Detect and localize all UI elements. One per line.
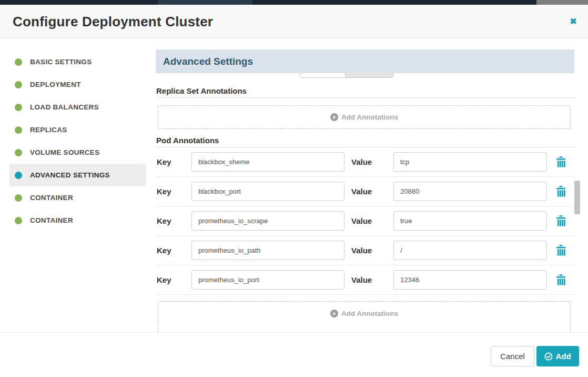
cancel-button[interactable]: Cancel (491, 346, 534, 366)
plus-circle-icon: + (330, 113, 338, 121)
add-annotations-label: Add Annotations (341, 310, 398, 318)
delete-annotation-button[interactable] (554, 214, 567, 228)
key-label: Key (157, 275, 191, 284)
plus-circle-icon: + (330, 310, 338, 318)
trash-icon (556, 215, 566, 226)
segmented-option-left[interactable] (300, 73, 346, 77)
annotation-key-input[interactable] (191, 211, 344, 231)
step-status-dot (15, 58, 22, 66)
add-annotations-label: Add Annotations (341, 113, 398, 121)
value-label: Value (351, 216, 393, 225)
delete-annotation-button[interactable] (554, 273, 567, 287)
key-label: Key (157, 246, 191, 255)
value-label: Value (351, 157, 393, 166)
sidebar-item-replicas[interactable]: REPLICAS (9, 118, 146, 141)
sidebar-item-label: ADVANCED SETTINGS (30, 171, 110, 179)
step-status-dot (15, 104, 22, 111)
step-status-dot (15, 126, 22, 134)
value-label: Value (351, 246, 393, 255)
key-label: Key (157, 216, 191, 225)
annotation-row: Key Value (156, 265, 574, 295)
step-status-dot (15, 81, 22, 88)
modal-title: Configure Deployment Cluster (13, 5, 213, 38)
sidebar-item-volume-sources[interactable]: VOLUME SOURCES (9, 141, 146, 164)
step-status-dot (15, 217, 22, 224)
value-label: Value (351, 275, 393, 284)
step-status-dot (15, 172, 22, 179)
sidebar-item-load-balancers[interactable]: LOAD BALANCERS (9, 96, 146, 118)
sidebar-item-container-1[interactable]: CONTAINER (9, 186, 146, 209)
segmented-control-remnant[interactable] (300, 73, 393, 78)
annotation-value-input[interactable] (393, 270, 547, 290)
annotation-key-input[interactable] (191, 270, 344, 290)
trash-icon (556, 186, 566, 197)
trash-icon (556, 156, 566, 167)
sidebar-item-advanced-settings[interactable]: ADVANCED SETTINGS (9, 164, 146, 186)
pod-annotations-heading: Pod Annotations (156, 136, 574, 147)
panel-title-band: Advanced Settings (156, 49, 574, 73)
trash-icon (556, 274, 566, 285)
add-button[interactable]: Add (536, 346, 579, 366)
sidebar-item-label: DEPLOYMENT (30, 81, 81, 88)
sidebar-item-label: LOAD BALANCERS (30, 103, 99, 111)
background-scrollbar-area (536, 0, 588, 5)
sidebar-item-label: VOLUME SOURCES (30, 148, 99, 156)
key-label: Key (157, 187, 191, 196)
annotation-row: Key Value (156, 206, 574, 236)
annotation-key-input[interactable] (191, 152, 344, 172)
wizard-sidebar: BASIC SETTINGS DEPLOYMENT LOAD BALANCERS… (0, 38, 147, 332)
trash-icon (556, 245, 566, 256)
annotation-value-input[interactable] (393, 241, 547, 260)
key-label: Key (157, 157, 191, 166)
add-pod-annotations-button[interactable]: + Add Annotations (158, 301, 571, 332)
annotation-key-input[interactable] (191, 182, 344, 201)
modal-header: Configure Deployment Cluster ✖ (0, 5, 588, 38)
sidebar-item-label: BASIC SETTINGS (30, 58, 92, 66)
annotation-row: Key Value (156, 147, 574, 177)
background-topbar (0, 0, 588, 5)
sidebar-item-label: CONTAINER (30, 216, 73, 224)
background-topbar-segment (158, 0, 252, 5)
step-status-dot (15, 149, 22, 156)
sidebar-item-label: CONTAINER (30, 194, 73, 202)
add-replica-set-annotations-button[interactable]: + Add Annotations (158, 105, 571, 129)
delete-annotation-button[interactable] (554, 244, 567, 257)
annotation-value-input[interactable] (393, 152, 547, 172)
replica-set-annotations-heading: Replica Set Annotations (156, 86, 574, 98)
sidebar-item-label: REPLICAS (30, 126, 67, 134)
modal-footer: Cancel Add (0, 332, 588, 377)
close-icon[interactable]: ✖ (566, 14, 581, 29)
sidebar-item-deployment[interactable]: DEPLOYMENT (9, 73, 146, 96)
delete-annotation-button[interactable] (554, 155, 567, 169)
delete-annotation-button[interactable] (554, 185, 567, 199)
panel-title: Advanced Settings (163, 56, 253, 67)
advanced-settings-panel: Advanced Settings Replica Set Annotation… (156, 38, 574, 332)
scrollbar-thumb[interactable] (574, 181, 580, 214)
value-label: Value (351, 187, 393, 196)
sidebar-item-basic-settings[interactable]: BASIC SETTINGS (9, 51, 146, 73)
check-circle-icon (544, 352, 553, 361)
step-status-dot (15, 194, 22, 202)
sidebar-item-container-2[interactable]: CONTAINER (9, 209, 146, 232)
annotation-row: Key Value (156, 236, 574, 265)
annotation-value-input[interactable] (393, 182, 547, 201)
segmented-option-right[interactable] (346, 73, 393, 77)
annotation-value-input[interactable] (393, 211, 547, 231)
add-button-label: Add (555, 352, 571, 361)
annotation-key-input[interactable] (191, 241, 344, 260)
annotation-row: Key Value (156, 177, 574, 206)
